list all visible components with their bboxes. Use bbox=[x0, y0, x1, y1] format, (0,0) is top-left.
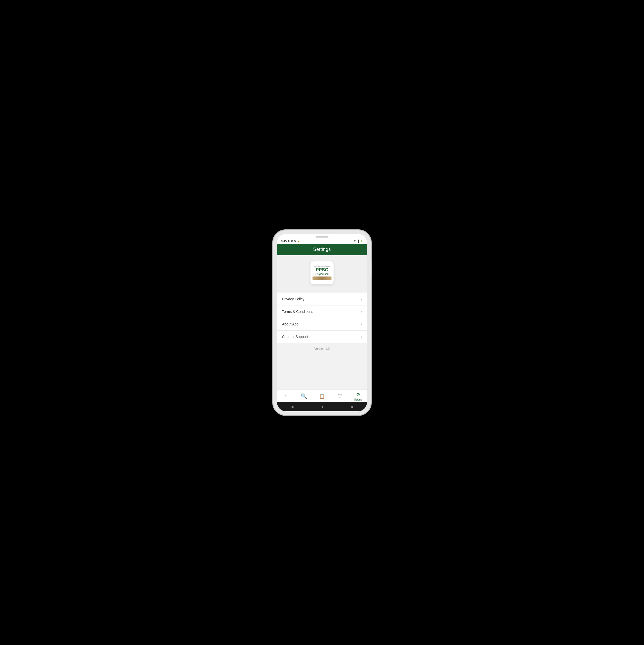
time-display: 3:45 bbox=[281, 240, 287, 243]
privacy-policy-label: Privacy Policy bbox=[282, 297, 304, 301]
contact-support-item[interactable]: Contact Support › bbox=[277, 331, 367, 343]
wifi-icon: ▼ bbox=[353, 240, 356, 242]
phone-frame: 3:45 ⚙ 🛡 ↻ 🔒 ▼ ▐ 🔋 Settings 100% Success… bbox=[273, 230, 371, 415]
logo-section: 100% Success Guaranteed PPSC Perparation bbox=[277, 255, 367, 291]
contact-support-label: Contact Support bbox=[282, 335, 308, 339]
nav-home[interactable]: ⌂ bbox=[277, 393, 295, 399]
signal-icon: ▐ bbox=[357, 240, 359, 242]
terms-conditions-chevron: › bbox=[361, 309, 362, 314]
status-bar: 3:45 ⚙ 🛡 ↻ 🔒 ▼ ▐ 🔋 bbox=[277, 234, 367, 244]
app-bar: Settings bbox=[277, 244, 367, 255]
search-icon: 🔍 bbox=[301, 393, 307, 399]
logo-ppsc-text: PPSC bbox=[316, 267, 328, 273]
setting-label: Setting bbox=[354, 398, 362, 401]
home-icon: ⌂ bbox=[284, 393, 287, 399]
sync-status-icon: ↻ bbox=[294, 240, 296, 242]
battery-icon: 🔋 bbox=[360, 240, 363, 242]
logo-tagline: 100% Success Guaranteed bbox=[314, 265, 330, 267]
nav-favorites[interactable]: ♡ bbox=[331, 393, 349, 399]
recents-button[interactable]: ■ bbox=[351, 405, 353, 409]
privacy-policy-chevron: › bbox=[361, 297, 362, 301]
page-title: Settings bbox=[313, 247, 331, 252]
setting-icon: ⚙ bbox=[356, 392, 360, 398]
heart-icon: ♡ bbox=[338, 393, 342, 399]
logo-perp-text: Perparation bbox=[315, 273, 329, 275]
gear-status-icon: ⚙ bbox=[288, 240, 290, 242]
back-button[interactable]: ◀ bbox=[291, 405, 294, 409]
about-app-chevron: › bbox=[361, 322, 362, 326]
home-button[interactable]: ● bbox=[321, 405, 323, 409]
app-logo: 100% Success Guaranteed PPSC Perparation bbox=[310, 261, 334, 284]
terms-conditions-label: Terms & Conditions bbox=[282, 309, 313, 314]
terms-conditions-item[interactable]: Terms & Conditions › bbox=[277, 305, 367, 318]
quiz-icon: 📋 bbox=[319, 393, 325, 399]
main-content: 100% Success Guaranteed PPSC Perparation… bbox=[277, 255, 367, 389]
android-nav-bar: ◀ ● ■ bbox=[277, 402, 367, 411]
version-text: Version 1.0 bbox=[277, 343, 367, 355]
about-app-label: About App bbox=[282, 322, 299, 326]
lock-status-icon: 🔒 bbox=[297, 240, 300, 242]
settings-menu: Privacy Policy › Terms & Conditions › Ab… bbox=[277, 293, 367, 343]
about-app-item[interactable]: About App › bbox=[277, 318, 367, 331]
privacy-policy-item[interactable]: Privacy Policy › bbox=[277, 293, 367, 305]
shield-status-icon: 🛡 bbox=[291, 240, 293, 242]
nav-search[interactable]: 🔍 bbox=[295, 393, 313, 399]
bottom-navigation: ⌂ 🔍 📋 ♡ ⚙ Setting bbox=[277, 389, 367, 402]
nav-setting[interactable]: ⚙ Setting bbox=[349, 392, 367, 401]
contact-support-chevron: › bbox=[361, 335, 362, 339]
logo-bottom-graphic bbox=[313, 276, 331, 280]
nav-quiz[interactable]: 📋 bbox=[313, 393, 331, 399]
screen: 3:45 ⚙ 🛡 ↻ 🔒 ▼ ▐ 🔋 Settings 100% Success… bbox=[277, 234, 367, 411]
